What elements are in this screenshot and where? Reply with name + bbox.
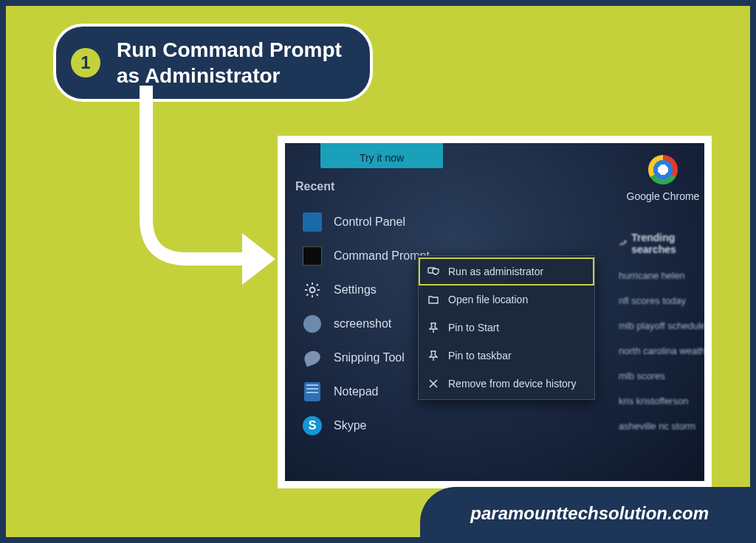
- skype-icon: [303, 416, 322, 435]
- ctx-pin-to-start[interactable]: Pin to Start: [419, 314, 594, 342]
- recent-item-label: Snipping Tool: [334, 351, 405, 364]
- step-title: Run Command Prompt as Administrator: [117, 37, 342, 89]
- step-title-line2: as Administrator: [117, 64, 280, 87]
- ctx-pin-to-taskbar[interactable]: Pin to taskbar: [419, 342, 594, 370]
- recent-item-label: Skype: [334, 419, 366, 432]
- ctx-remove-from-history[interactable]: Remove from device history: [419, 370, 594, 398]
- step-title-line1: Run Command Prompt: [117, 38, 342, 61]
- recent-item-label: screenshot: [334, 317, 391, 331]
- ctx-run-as-administrator[interactable]: Run as administrator: [419, 257, 594, 286]
- trending-header: Trending searches: [619, 232, 704, 255]
- trending-header-label: Trending searches: [631, 232, 704, 255]
- chrome-tile[interactable]: Google Chrome: [622, 155, 704, 202]
- recent-section-label: Recent: [295, 180, 334, 193]
- windows-start-menu-screenshot: Try it now Recent Control Panel Command …: [285, 143, 704, 481]
- trending-item[interactable]: kris kristofferson: [619, 388, 704, 413]
- ctx-item-label: Run as administrator: [448, 266, 543, 277]
- trending-item[interactable]: asheville nc storm: [619, 413, 704, 438]
- recent-item-label: Command Prompt: [334, 249, 430, 263]
- trending-item[interactable]: nfl scores today: [619, 288, 704, 313]
- trending-searches: Trending searches hurricane helen nfl sc…: [619, 232, 704, 438]
- chrome-label: Google Chrome: [622, 190, 704, 202]
- screenshot-frame: Try it now Recent Control Panel Command …: [278, 136, 712, 488]
- trending-item[interactable]: hurricane helen: [619, 263, 704, 288]
- ctx-item-label: Open file location: [448, 294, 528, 305]
- ctx-item-label: Remove from device history: [448, 378, 577, 390]
- pin-icon: [427, 322, 439, 333]
- snipping-tool-icon: [303, 349, 323, 367]
- context-menu: Run as administrator Open file location …: [418, 255, 595, 400]
- trending-item[interactable]: mlb playoff schedule: [619, 313, 704, 338]
- trending-item[interactable]: north carolina weather: [619, 338, 704, 363]
- recent-item-label: Control Panel: [334, 215, 405, 229]
- ctx-item-label: Pin to taskbar: [448, 350, 512, 362]
- step-number-badge: 1: [71, 48, 100, 77]
- command-prompt-icon: [303, 246, 322, 266]
- control-panel-icon: [303, 212, 322, 232]
- recent-item-label: Settings: [334, 283, 377, 297]
- screenshot-icon: [303, 315, 321, 333]
- gear-icon: [303, 280, 322, 300]
- recent-item-label: Notepad: [334, 385, 379, 398]
- chrome-icon: [648, 155, 678, 184]
- trending-item[interactable]: mlb scores: [619, 363, 704, 388]
- tutorial-card: 1 Run Command Prompt as Administrator Tr…: [0, 0, 756, 543]
- folder-icon: [427, 294, 439, 305]
- try-it-now-button[interactable]: Try it now: [320, 143, 443, 168]
- footer-attribution: paramounttechsolution.com: [420, 487, 750, 537]
- recent-item-skype[interactable]: Skype: [303, 409, 502, 443]
- close-icon: [427, 378, 439, 390]
- shield-icon: [427, 266, 439, 277]
- ctx-item-label: Pin to Start: [448, 322, 499, 333]
- notepad-icon: [304, 382, 320, 401]
- recent-item-control-panel[interactable]: Control Panel: [303, 205, 502, 239]
- svg-point-0: [310, 288, 315, 293]
- ctx-open-file-location[interactable]: Open file location: [419, 286, 594, 314]
- trending-icon: [619, 238, 627, 249]
- pin-icon: [427, 350, 439, 362]
